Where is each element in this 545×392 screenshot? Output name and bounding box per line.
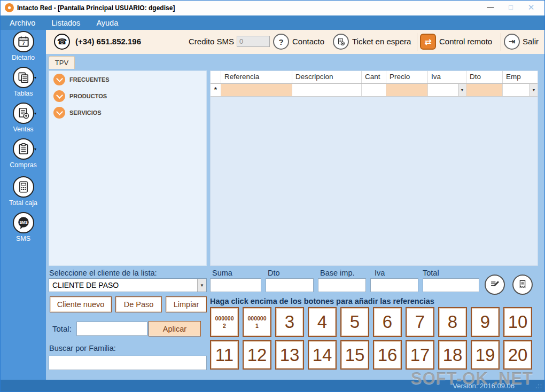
svg-text:7: 7 bbox=[22, 40, 25, 46]
control-remoto-icon[interactable]: ⇄ bbox=[420, 34, 436, 50]
reference-button[interactable]: 19 bbox=[471, 340, 500, 370]
reference-button[interactable]: 20 bbox=[503, 340, 532, 370]
reference-button[interactable]: 18 bbox=[438, 340, 467, 370]
reference-button[interactable]: 12 bbox=[243, 340, 271, 370]
suma-label: Suma bbox=[212, 269, 232, 277]
toolbar-separator bbox=[417, 33, 417, 51]
clipboard-icon bbox=[13, 138, 34, 160]
reference-button[interactable]: 13 bbox=[275, 340, 304, 370]
grid-header-emp: Emp bbox=[503, 71, 538, 83]
tab-tpv[interactable]: TPV bbox=[49, 56, 75, 69]
iva-input[interactable] bbox=[370, 278, 418, 292]
dropdown-arrow-icon[interactable]: ▼ bbox=[458, 84, 466, 96]
credito-sms-label: Credito SMS bbox=[189, 37, 234, 46]
reference-button[interactable]: 10 bbox=[503, 307, 532, 337]
grid-header-descripcion: Descripcion bbox=[292, 71, 362, 83]
reference-button[interactable]: 000000 1 bbox=[243, 307, 271, 337]
client-select[interactable]: CLIENTE DE PASO ▼ bbox=[49, 278, 207, 292]
grid-header-iva: Iva bbox=[428, 71, 466, 83]
base-imp-label: Base imp. bbox=[320, 269, 354, 277]
grid-header-precio: Precio bbox=[386, 71, 428, 83]
menu-archivo[interactable]: Archivo bbox=[10, 19, 35, 27]
cell-referencia[interactable] bbox=[221, 84, 292, 96]
dropdown-arrow-icon[interactable]: ▼ bbox=[197, 279, 206, 292]
tree-item-servicios[interactable]: SERVICIOS bbox=[49, 104, 206, 121]
references-hint: Haga click encima de los botones para añ… bbox=[210, 297, 434, 305]
family-tree-panel: FRECUENTES PRODUCTOS SERVICIOS bbox=[49, 70, 207, 266]
sidebar-item-total-caja[interactable]: Total caja bbox=[1, 176, 46, 207]
suma-input[interactable] bbox=[210, 278, 261, 292]
reference-button[interactable]: 16 bbox=[373, 340, 402, 370]
sidebar-item-ventas[interactable]: ▾ Ventas bbox=[1, 103, 46, 133]
salir-button[interactable]: Salir bbox=[523, 37, 539, 46]
sales-ticket-icon bbox=[13, 103, 34, 124]
reference-button[interactable]: 5 bbox=[340, 307, 369, 337]
menu-ayuda[interactable]: Ayuda bbox=[96, 19, 118, 27]
reference-button[interactable]: 000000 2 bbox=[210, 307, 239, 337]
reference-button[interactable]: 9 bbox=[471, 307, 500, 337]
base-imp-input[interactable] bbox=[318, 278, 366, 292]
reference-button[interactable]: 4 bbox=[308, 307, 337, 337]
total-col-label: Total bbox=[423, 269, 439, 277]
chevron-down-icon[interactable]: ▾ bbox=[34, 147, 36, 152]
sidebar-item-compras[interactable]: ▾ Compras bbox=[1, 138, 46, 169]
app-logo-icon bbox=[5, 3, 14, 12]
receipt-icon[interactable] bbox=[512, 275, 533, 295]
credito-sms-input[interactable] bbox=[237, 36, 270, 47]
main-content: TPV FRECUENTES PRODUCTOS SERVICIOS Refer… bbox=[46, 54, 545, 380]
resize-grip[interactable]: .:: bbox=[535, 382, 542, 390]
reference-button[interactable]: 15 bbox=[340, 340, 369, 370]
cell-emp[interactable]: ▼ bbox=[503, 84, 538, 96]
cell-cant[interactable] bbox=[362, 84, 386, 96]
reference-button[interactable]: 8 bbox=[438, 307, 467, 337]
total-input[interactable] bbox=[76, 322, 147, 336]
svg-text:SMS: SMS bbox=[19, 221, 28, 224]
close-button[interactable]: ✕ bbox=[523, 2, 539, 13]
maximize-button[interactable]: □ bbox=[503, 2, 519, 13]
grid-header-referencia: Referencia bbox=[221, 71, 292, 83]
reference-button[interactable]: 7 bbox=[406, 307, 434, 337]
cell-dto[interactable] bbox=[466, 84, 503, 96]
limpiar-button[interactable]: Limpiar bbox=[166, 296, 207, 312]
chevron-down-icon bbox=[53, 90, 65, 102]
de-paso-button[interactable]: De Paso bbox=[115, 296, 162, 312]
sidebar-item-sms[interactable]: SMS SMS bbox=[1, 212, 46, 242]
grid-header-row: Referencia Descripcion Cant Precio Iva D… bbox=[211, 71, 538, 84]
control-remoto-button[interactable]: Control remoto bbox=[439, 37, 492, 46]
salir-icon[interactable]: ⇥ bbox=[504, 34, 520, 50]
chevron-down-icon bbox=[53, 74, 65, 85]
cliente-nuevo-button[interactable]: Cliente nuevo bbox=[50, 296, 112, 312]
cell-precio[interactable] bbox=[386, 84, 428, 96]
cell-iva[interactable]: ▼ bbox=[428, 84, 466, 96]
total-amount-input[interactable] bbox=[423, 278, 479, 292]
minimize-button[interactable]: — bbox=[482, 2, 499, 13]
reference-buttons-row-2: 11 12 13 14 15 16 17 18 19 20 bbox=[210, 340, 532, 370]
ticket-en-espera-button[interactable]: Ticket en espera bbox=[352, 37, 411, 46]
sidebar-item-dietario[interactable]: 7 Dietario bbox=[1, 31, 46, 61]
aplicar-button[interactable]: Aplicar bbox=[149, 321, 201, 336]
ticket-grid: Referencia Descripcion Cant Precio Iva D… bbox=[210, 70, 538, 266]
ticket-en-espera-icon[interactable] bbox=[333, 34, 349, 50]
edit-notes-icon[interactable] bbox=[485, 275, 505, 295]
dropdown-arrow-icon[interactable]: ▼ bbox=[530, 84, 538, 96]
tree-item-frecuentes[interactable]: FRECUENTES bbox=[49, 71, 206, 88]
chevron-down-icon[interactable]: ▾ bbox=[34, 111, 36, 116]
totals-row bbox=[210, 278, 479, 292]
familia-search-input[interactable] bbox=[49, 356, 207, 370]
chevron-down-icon[interactable]: ▾ bbox=[34, 75, 36, 80]
reference-button[interactable]: 3 bbox=[275, 307, 304, 337]
selected-client: CLIENTE DE PASO bbox=[49, 281, 197, 289]
reference-button[interactable]: 6 bbox=[373, 307, 402, 337]
reference-button[interactable]: 14 bbox=[308, 340, 337, 370]
menu-listados[interactable]: Listados bbox=[51, 19, 80, 27]
reference-button[interactable]: 11 bbox=[210, 340, 239, 370]
total-label: Total: bbox=[52, 324, 72, 333]
contacto-button[interactable]: Contacto bbox=[292, 37, 324, 46]
grid-new-row: * ▼ ▼ bbox=[211, 84, 538, 97]
cell-descripcion[interactable] bbox=[292, 84, 362, 96]
sidebar-item-tablas[interactable]: ▾ Tablas bbox=[1, 67, 46, 97]
reference-button[interactable]: 17 bbox=[406, 340, 434, 370]
contacto-icon[interactable]: ? bbox=[273, 34, 289, 50]
dto-input[interactable] bbox=[266, 278, 314, 292]
tree-item-productos[interactable]: PRODUCTOS bbox=[49, 88, 206, 104]
